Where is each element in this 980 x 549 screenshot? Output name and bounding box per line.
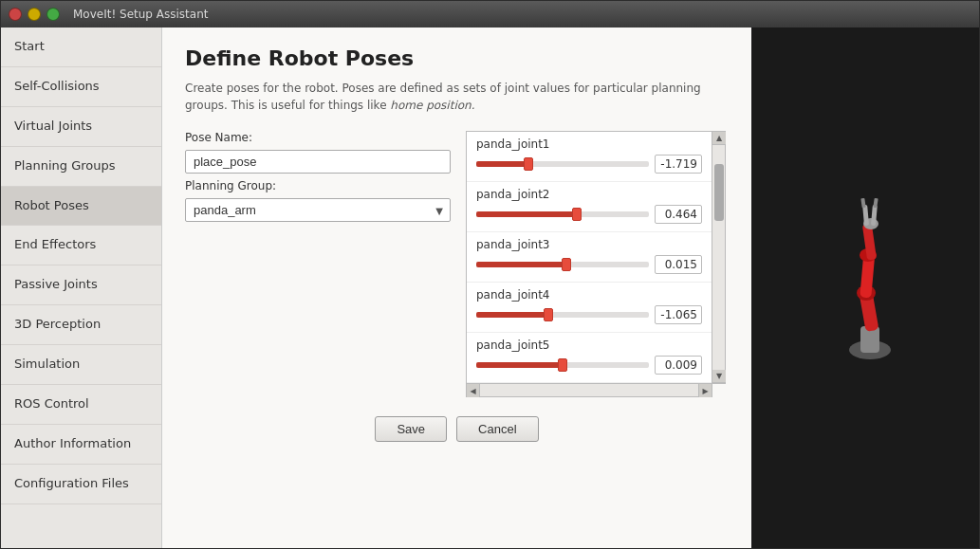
slider-thumb-panda_joint2[interactable]	[572, 208, 582, 221]
slider-fill-panda_joint4	[476, 312, 548, 318]
action-buttons: Save Cancel	[185, 416, 729, 442]
sidebar: Start Self-Collisions Virtual Joints Pla…	[1, 27, 162, 548]
slider-fill-panda_joint1	[476, 161, 528, 167]
sidebar-item-self-collisions[interactable]: Self-Collisions	[1, 67, 161, 107]
slider-thumb-panda_joint1[interactable]	[524, 157, 533, 171]
window-title: MoveIt! Setup Assistant	[73, 8, 208, 21]
cancel-button[interactable]: Cancel	[456, 416, 538, 442]
joint-row-panda_joint3: panda_joint30.015	[467, 232, 712, 283]
slider-thumb-panda_joint3[interactable]	[562, 258, 571, 271]
joint-value-panda_joint3: 0.015	[655, 255, 702, 274]
main-content: Start Self-Collisions Virtual Joints Pla…	[1, 27, 979, 548]
slider-fill-panda_joint5	[476, 362, 563, 368]
slider-track-panda_joint3[interactable]	[476, 262, 649, 267]
joints-vertical-scrollbar: ▲ ▼	[712, 131, 726, 384]
planning-group-label: Planning Group:	[185, 179, 451, 192]
sidebar-item-ros-control[interactable]: ROS Control	[1, 385, 161, 425]
joint-row-panda_joint1: panda_joint1-1.719	[467, 132, 712, 182]
sidebar-item-author-information[interactable]: Author Information	[1, 425, 161, 465]
main-window: MoveIt! Setup Assistant Start Self-Colli…	[0, 0, 980, 549]
slider-fill-panda_joint2	[476, 211, 577, 217]
slider-track-panda_joint4[interactable]	[476, 312, 649, 318]
scroll-thumb[interactable]	[714, 164, 724, 221]
robot-view-panel	[751, 27, 979, 548]
sidebar-item-virtual-joints[interactable]: Virtual Joints	[1, 107, 161, 147]
horiz-scroll-track	[480, 384, 698, 396]
sidebar-item-start[interactable]: Start	[1, 27, 161, 67]
pose-name-input[interactable]	[185, 150, 451, 174]
joints-wrapper: panda_joint1-1.719panda_joint20.464panda…	[466, 131, 726, 384]
slider-thumb-panda_joint5[interactable]	[558, 358, 567, 372]
joint-row-panda_joint4: panda_joint4-1.065	[467, 283, 712, 333]
joint-name-panda_joint3: panda_joint3	[476, 238, 702, 251]
sidebar-item-configuration-files[interactable]: Configuration Files	[1, 465, 161, 504]
joint-name-panda_joint2: panda_joint2	[476, 188, 702, 201]
joint-value-panda_joint2: 0.464	[655, 205, 702, 224]
sidebar-item-end-effectors[interactable]: End Effectors	[1, 226, 161, 265]
titlebar: MoveIt! Setup Assistant	[1, 1, 979, 27]
maximize-button[interactable]	[46, 8, 60, 21]
planning-group-container: panda_arm panda_hand panda_arm_hand ▼	[185, 198, 451, 222]
scroll-right-button[interactable]: ▶	[698, 384, 712, 397]
joint-value-panda_joint1: -1.719	[655, 155, 702, 174]
page-description: Create poses for the robot. Poses are de…	[185, 80, 729, 114]
joint-row-panda_joint5: panda_joint50.009	[467, 333, 712, 383]
slider-track-panda_joint1[interactable]	[476, 161, 649, 167]
joint-value-panda_joint4: -1.065	[655, 305, 702, 324]
joints-panel: panda_joint1-1.719panda_joint20.464panda…	[466, 131, 712, 384]
form-left: Pose Name: Planning Group: panda_arm pan…	[185, 131, 451, 222]
slider-thumb-panda_joint4[interactable]	[544, 308, 553, 321]
close-button[interactable]	[9, 8, 22, 21]
page-title: Define Robot Poses	[185, 46, 729, 70]
joint-name-panda_joint4: panda_joint4	[476, 288, 702, 302]
sidebar-item-robot-poses[interactable]: Robot Poses	[1, 187, 161, 227]
joint-row-panda_joint2: panda_joint20.464	[467, 182, 712, 232]
content-area: Define Robot Poses Create poses for the …	[162, 27, 751, 548]
robot-visualization	[770, 193, 960, 383]
slider-track-panda_joint2[interactable]	[476, 211, 649, 217]
form-section: Pose Name: Planning Group: panda_arm pan…	[185, 131, 729, 397]
scroll-down-button[interactable]: ▼	[712, 370, 726, 383]
pose-name-label: Pose Name:	[185, 131, 451, 144]
save-button[interactable]: Save	[375, 416, 447, 442]
joint-name-panda_joint1: panda_joint1	[476, 137, 702, 151]
scroll-left-button[interactable]: ◀	[467, 384, 480, 397]
svg-rect-11	[873, 197, 878, 207]
scroll-up-button[interactable]: ▲	[712, 132, 726, 145]
sidebar-item-planning-groups[interactable]: Planning Groups	[1, 147, 161, 187]
planning-group-select[interactable]: panda_arm panda_hand panda_arm_hand	[185, 198, 451, 222]
sidebar-item-passive-joints[interactable]: Passive Joints	[1, 265, 161, 305]
slider-fill-panda_joint3	[476, 262, 566, 267]
joint-value-panda_joint5: 0.009	[655, 356, 702, 375]
svg-rect-10	[860, 197, 865, 207]
joint-name-panda_joint5: panda_joint5	[476, 339, 702, 352]
joints-horizontal-scrollbar: ◀ ▶	[466, 384, 712, 397]
slider-track-panda_joint5[interactable]	[476, 362, 649, 368]
sidebar-item-3d-perception[interactable]: 3D Perception	[1, 305, 161, 345]
joints-section: panda_joint1-1.719panda_joint20.464panda…	[466, 131, 726, 397]
scroll-track	[712, 145, 725, 370]
minimize-button[interactable]	[28, 8, 41, 21]
sidebar-item-simulation[interactable]: Simulation	[1, 345, 161, 385]
